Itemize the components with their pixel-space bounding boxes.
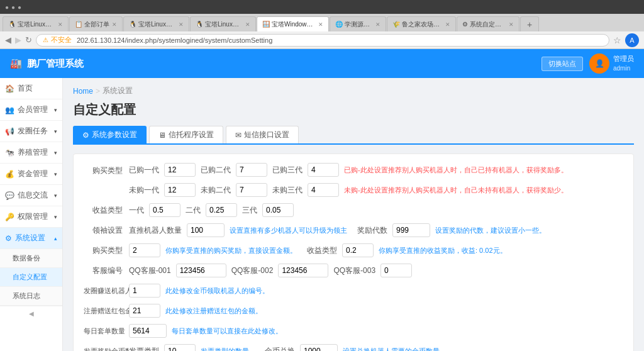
browser-tab-new[interactable]: + <box>520 16 539 31</box>
breadcrumb-home[interactable]: Home <box>73 87 93 96</box>
topbar-logo: 🏭 鹏厂管理系统 <box>10 58 84 70</box>
browser-tab-2[interactable]: 📋 全部订单 ✕ <box>69 16 123 31</box>
tasks-arrow: ▾ <box>54 128 57 135</box>
sidebar-settings-label: 系统设置 <box>15 233 45 243</box>
tab4-label: 宝塔Linux面板 <box>205 20 243 29</box>
user-menu-btn[interactable]: A <box>625 33 639 47</box>
settings-icon: ⚙ <box>5 234 12 243</box>
browser-tab-5-active[interactable]: 🪟 宝塔Windows面板 ✕ <box>257 16 329 31</box>
browser-tab-4[interactable]: 🐧 宝塔Linux面板 ✕ <box>190 16 256 31</box>
sidebar-item-tasks[interactable]: 📢 发圈任务 ▾ <box>0 121 62 142</box>
coins-exchange-input[interactable] <box>300 344 338 351</box>
qq3-input[interactable] <box>380 264 412 277</box>
breadcrumb-current: 系统设置 <box>103 86 133 96</box>
avatar: 👤 <box>589 53 609 74</box>
sidebar-sub-log[interactable]: 系统日志 <box>0 287 62 306</box>
tab8-close[interactable]: ✕ <box>509 21 514 28</box>
robot-id-input[interactable] <box>129 284 160 298</box>
sidebar-collapse-btn[interactable]: ◀ <box>0 306 62 321</box>
red-packet-row: 注册赠送红包金额 此处修改注册赠送红包的金额。 <box>84 304 623 318</box>
sidebar-item-finance[interactable]: 💰 资金管理 ▾ <box>0 164 62 185</box>
sidebar-item-settings[interactable]: ⚙ 系统设置 ▴ <box>0 228 62 249</box>
coins-exchange-label: 金币兑换 <box>265 346 295 352</box>
tab-trust[interactable]: 🖥 信托程序设置 <box>149 126 223 143</box>
browser-tab-6[interactable]: 🌐 学测源网网 ✕ <box>330 16 386 31</box>
notyet-third-input[interactable] <box>308 183 339 197</box>
already-second-input[interactable] <box>236 163 267 177</box>
coins-hint2: 设置兑换机器人需要的金币数量。 <box>343 347 447 352</box>
notyet-second-label: 未购二代 <box>201 185 231 196</box>
sidebar-item-members[interactable]: 👥 会员管理 ▾ <box>0 99 62 121</box>
income-third-input[interactable] <box>262 203 294 217</box>
browser-chrome: ● ● ● <box>0 0 644 14</box>
already-hint: 已购-此处设置推荐别人购买机器人时，自己已持有机器人，获得奖励多。 <box>344 165 568 175</box>
coins-gen-input[interactable] <box>392 223 430 237</box>
forward-btn[interactable]: ▶ <box>15 35 21 45</box>
sidebar-item-farm[interactable]: 🐄 养殖管理 ▾ <box>0 142 62 164</box>
browser-tab-7[interactable]: 🌾 鲁之家农场养殖游戏运营控 ✕ <box>387 16 456 31</box>
switch-site-btn[interactable]: 切换站点 <box>541 57 583 71</box>
purchase-bought-controls: 已购一代 已购二代 已购三代 已购-此处设置推荐别人购买机器人时，自己已持有机器… <box>129 163 623 177</box>
back-btn[interactable]: ◀ <box>5 35 11 45</box>
notyet-first-label: 未购一代 <box>129 185 159 196</box>
service-row: 客服编号 QQ客服-001 QQ客服-002 QQ客服-003 <box>84 264 623 277</box>
tab1-sys-icon: ⚙ <box>82 131 89 140</box>
sub-log-label: 系统日志 <box>13 291 40 301</box>
income-second-input[interactable] <box>206 203 237 217</box>
star-icon[interactable]: ☆ <box>613 35 621 45</box>
tab5-close[interactable]: ✕ <box>318 21 323 28</box>
sidebar-sub-custom[interactable]: 自定义配置 <box>0 268 62 287</box>
form-card: 购买类型 已购一代 已购二代 已购三代 已购-此处设置推荐别人购买机器人时，自己… <box>73 153 634 351</box>
browser-tab-1[interactable]: 🐧 宝塔Linux面板 ✕ <box>3 16 69 31</box>
tab1-close[interactable]: ✕ <box>58 21 63 28</box>
robot-id-row: 发圈赚送机器人编号 此处修改金币领取机器人的编号。 <box>84 284 623 298</box>
already-first-input[interactable] <box>164 163 196 177</box>
qq1-input[interactable] <box>176 264 226 277</box>
income-first-input[interactable] <box>149 203 180 217</box>
daily-order-hint: 每日套单数量可以直接在此处修改。 <box>172 326 282 336</box>
purchase2-input[interactable] <box>129 243 160 257</box>
coins-reward-controls: 发票类型 发票类型的数量。 金币兑换 设置兑换机器人需要的金币数量。 <box>129 344 623 351</box>
reload-btn[interactable]: ↻ <box>25 35 32 45</box>
tab5-label: 宝塔Windows面板 <box>272 20 316 29</box>
coins-purchase-label: 发票类型 <box>129 346 159 352</box>
tab-sms[interactable]: ✉ 短信接口设置 <box>226 126 299 143</box>
sidebar-sub-backup[interactable]: 数据备份 <box>0 249 62 268</box>
tab2-trust-icon: 🖥 <box>158 131 166 140</box>
tab-sys-params[interactable]: ⚙ 系统参数设置 <box>73 126 147 143</box>
red-packet-input[interactable] <box>129 304 160 318</box>
notyet-second-input[interactable] <box>236 183 267 197</box>
tab1-icon: 🐧 <box>8 21 16 28</box>
sidebar-item-home[interactable]: 🏠 首页 <box>0 78 62 99</box>
perm-arrow: ▾ <box>54 214 57 220</box>
url-input[interactable]: ⚠ 不安全 202.61.130.124/index.php/systemlog… <box>36 34 609 47</box>
purchase2-controls: 你购享受直推的购买奖励，直接设置金额。 收益类型 你购享受直推的收益奖励，收益:… <box>129 243 623 257</box>
purchase2-row: 购买类型 你购享受直推的购买奖励，直接设置金额。 收益类型 你购享受直推的收益奖… <box>84 243 623 257</box>
already-third-label: 已购三代 <box>272 165 303 176</box>
lock-icon: ⚠ <box>43 36 48 43</box>
purchase2-label: 购买类型 <box>84 245 129 256</box>
coins-purchase-input[interactable] <box>164 344 196 351</box>
qq2-input[interactable] <box>278 264 328 277</box>
tab2-close[interactable]: ✕ <box>112 21 117 28</box>
already-second-label: 已购二代 <box>201 165 231 176</box>
sidebar-item-info[interactable]: 💬 信息交流 ▾ <box>0 185 62 206</box>
browser-tab-8[interactable]: ⚙ 系统自定义配置 ✕ <box>457 16 519 31</box>
daily-order-input[interactable] <box>129 324 167 338</box>
browser-tab-3[interactable]: 🐧 宝塔Linux面板 ✕ <box>123 16 189 31</box>
notyet-first-input[interactable] <box>164 183 196 197</box>
income-second-label: 二代 <box>186 205 201 216</box>
sidebar-item-perm[interactable]: 🔑 权限管理 ▾ <box>0 206 62 228</box>
robots-input[interactable] <box>187 223 225 237</box>
robot-id-hint: 此处修改金币领取机器人的编号。 <box>165 286 269 296</box>
red-packet-controls: 此处修改注册赠送红包的金额。 <box>129 304 623 318</box>
tab7-close[interactable]: ✕ <box>445 21 450 28</box>
tab4-close[interactable]: ✕ <box>245 21 250 28</box>
income2-input[interactable] <box>342 243 374 257</box>
unlock-label: 领袖设置 <box>84 225 129 236</box>
tab6-close[interactable]: ✕ <box>375 21 380 28</box>
tab3-close[interactable]: ✕ <box>179 21 184 28</box>
daily-order-controls: 每日套单数量可以直接在此处修改。 <box>129 324 623 338</box>
already-third-input[interactable] <box>308 163 339 177</box>
red-packet-label: 注册赠送红包金额 <box>84 306 129 316</box>
